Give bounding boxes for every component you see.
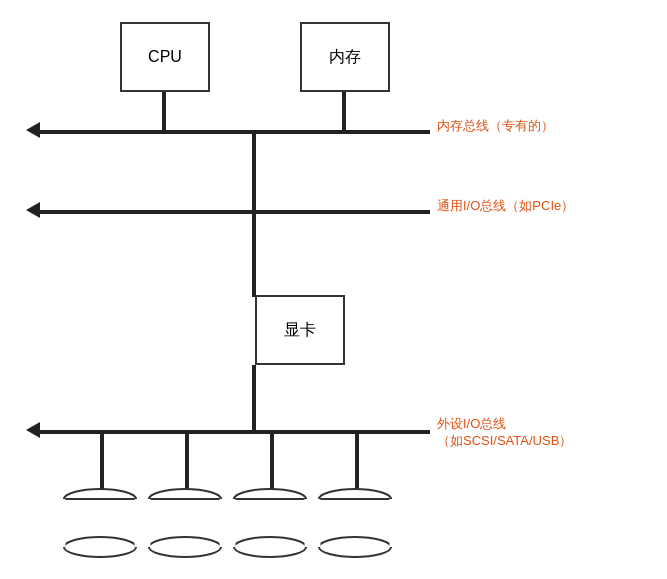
cpu-label: CPU bbox=[148, 48, 182, 66]
memory-bus-line bbox=[40, 130, 430, 134]
vert-cpu-to-bus1 bbox=[162, 92, 166, 132]
svg-point-2 bbox=[64, 537, 136, 557]
vert-mem-to-bus1 bbox=[342, 92, 346, 132]
vert-bus3-to-cyl2 bbox=[185, 434, 189, 489]
diagram: CPU 内存 显卡 bbox=[0, 0, 667, 579]
gpu-box: 显卡 bbox=[255, 295, 345, 365]
vert-bus2-to-gpu bbox=[252, 212, 256, 297]
svg-point-7 bbox=[149, 537, 221, 557]
gpu-label: 显卡 bbox=[284, 320, 316, 341]
peripheral-io-bus-label: 外设I/O总线 bbox=[437, 415, 506, 433]
memory-label: 内存 bbox=[329, 47, 361, 68]
general-io-bus-line bbox=[40, 210, 430, 214]
peripheral-io-bus-line bbox=[40, 430, 430, 434]
cylinder-4 bbox=[317, 487, 393, 559]
svg-point-17 bbox=[319, 537, 391, 557]
vert-gpu-to-bus3 bbox=[252, 365, 256, 432]
vert-bus3-to-cyl3 bbox=[270, 434, 274, 489]
peripheral-io-bus-arrow bbox=[26, 422, 40, 438]
memory-bus-arrow bbox=[26, 122, 40, 138]
cpu-box: CPU bbox=[120, 22, 210, 92]
vert-bus1-to-bus2 bbox=[252, 130, 256, 212]
cylinder-1 bbox=[62, 487, 138, 559]
memory-bus-label: 内存总线（专有的） bbox=[437, 117, 554, 135]
vert-bus3-to-cyl4 bbox=[355, 434, 359, 489]
memory-box: 内存 bbox=[300, 22, 390, 92]
general-io-bus-label: 通用I/O总线（如PCIe） bbox=[437, 197, 574, 215]
vert-bus3-to-cyl1 bbox=[100, 434, 104, 489]
svg-point-12 bbox=[234, 537, 306, 557]
cylinder-3 bbox=[232, 487, 308, 559]
peripheral-io-bus-label2: （如SCSI/SATA/USB） bbox=[437, 432, 572, 450]
general-io-bus-arrow bbox=[26, 202, 40, 218]
cylinder-2 bbox=[147, 487, 223, 559]
